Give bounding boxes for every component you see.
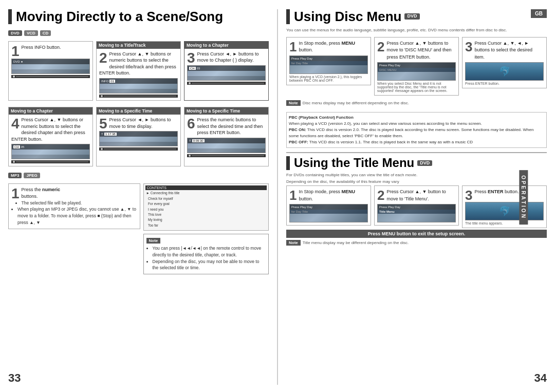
screen-bar2: Press Play Day — [378, 63, 455, 68]
disc-menu-subtitle: You can use the menus for the audio lang… — [286, 27, 547, 33]
step1-number: 1 — [11, 44, 20, 59]
title-menu-dvd-badge: DVD — [417, 160, 432, 166]
s4: DISC MENU — [379, 68, 397, 71]
title-menu-section: Using the Title Menu DVD For DVDs contai… — [286, 152, 547, 247]
title-menu-text: Using the Title Menu — [294, 156, 414, 170]
press-menu-bar: Press MENU button to exit the setup scre… — [286, 230, 547, 238]
disc-menu-title: Using Disc Menu DVD — [286, 9, 547, 24]
disc-menu-title-text: Using Disc Menu — [294, 9, 401, 24]
tm-step2-desc: Press Cursor ▲, ▼ button to move to 'Tit… — [386, 189, 456, 202]
screen-sub2: DISC MENU — [378, 68, 455, 72]
contents-header: CONTENTS — [145, 185, 267, 190]
tm-step3-desc: Press ENTER button. — [474, 189, 544, 196]
screen-item5: CH — [189, 67, 196, 70]
step2-text: Press Cursor ▲, ▼ buttons or numeric but… — [99, 51, 178, 77]
dm-step3-card: 3 Press Cursor ▲, ▼, ◄, ► buttons to sel… — [462, 37, 547, 89]
contents-screen: CONTENTS ► Connecting this title Check f… — [143, 183, 269, 231]
mp3-right-col: CONTENTS ► Connecting this title Check f… — [143, 183, 269, 274]
badge-cd: CD — [40, 30, 51, 36]
section6-header: Moving to a Specific Time — [184, 107, 268, 115]
pbc-off-bold: PBC OFF: — [289, 140, 308, 144]
dm-step2-desc: Press Cursor ▲, ▼ buttons to move to 'DI… — [386, 40, 456, 61]
pbc-title-bold: PBC (Playback Control) Function — [289, 115, 354, 120]
screen-item9: T — [101, 133, 103, 136]
tv-line5 — [104, 148, 176, 150]
pbc-off-text: PBC OFF: This VCD disc is version 1.1. T… — [289, 139, 544, 145]
screen-bar1: Press Play Day — [290, 56, 367, 61]
left-section: Moving Directly to a Scene/Song DVD VCD … — [8, 9, 278, 385]
section5-header: Moving to a Specific Time — [97, 107, 180, 115]
note-box-left: Note You can press |◄◄/◄◄| on the remote… — [143, 234, 269, 274]
title-menu-sub1: For DVDs containing multiple titles, you… — [286, 172, 547, 178]
right-section: GB Using Disc Menu DVD You can use the m… — [286, 9, 547, 385]
tm-step3-screen: 🐬 — [465, 202, 544, 220]
operation-label: OPERATION — [520, 170, 528, 225]
dm-step1-screen: Press Play Day for Day Title — [289, 55, 368, 74]
tm-step2-card: 2 Press Cursor ▲, ▼ button to move to 'T… — [374, 185, 459, 226]
badge-mp3: MP3 — [8, 173, 22, 178]
disc-menu-steps: 1 In Stop mode, press MENU button. Press… — [286, 37, 547, 96]
screen-item4: 01 — [109, 80, 115, 83]
screen-item3: INFO — [101, 80, 108, 83]
tm-s4: Title Menu — [379, 210, 395, 213]
tm-step1-screen: Press Play Day for Day Title — [289, 204, 368, 222]
tv-dot4 — [13, 161, 15, 163]
step1-text: Press INFO button. — [11, 44, 90, 51]
badge-dvd: DVD — [8, 30, 22, 36]
dm-step2-card: 2 Press Cursor ▲, ▼ buttons to move to '… — [374, 37, 459, 96]
pbc-on-text: PBC ON: This VCD disc is version 2.0. Th… — [289, 127, 544, 139]
steps-row-bottom: Moving to a Chapter 4 Press Cursor ▲, ▼ … — [8, 107, 269, 166]
tv-dot2 — [101, 95, 103, 97]
tm-screen-sub1: for Day Title — [290, 210, 367, 214]
s1: Press Play Day — [291, 57, 312, 60]
step3-text: Press Cursor ◄, ► buttons to move to Cha… — [187, 51, 266, 64]
step5-tv-bar — [99, 147, 178, 151]
note-bullet-2: Depending on the disc, you may not be ab… — [153, 258, 266, 272]
step4-number: 4 — [11, 117, 20, 131]
mp3-step-number: 1 — [11, 186, 20, 201]
gb-badge: GB — [531, 9, 547, 18]
bullet-1: The selected file will be played. — [17, 200, 137, 207]
disc-note-label: Note — [286, 100, 301, 106]
disc-note-text: Disc menu display may be different depen… — [303, 100, 409, 106]
bottom-note-text: Title menu display may be different depe… — [303, 240, 409, 246]
left-page-number: 33 — [8, 371, 269, 385]
mp3-bullets: The selected file will be played. When p… — [11, 200, 137, 226]
step2-number: 2 — [99, 51, 107, 65]
tm-step3-card: 3 Press ENTER button. 🐬 The title menu a… — [462, 185, 547, 228]
step4-box: Moving to a Chapter 4 Press Cursor ▲, ▼ … — [8, 107, 93, 166]
step1-screen: DVD ● — [11, 59, 90, 74]
step5-number: 5 — [99, 117, 107, 131]
tv-line2 — [104, 96, 176, 97]
mp3-step-box: 1 Press the numericbuttons. The selected… — [8, 183, 140, 229]
tm-step3-num: 3 — [465, 189, 472, 202]
step1-tv-bar — [11, 75, 90, 78]
step4-screen: CH 05 — [11, 144, 90, 159]
dm-step1-note: When playing a VCD (version 2.), this to… — [289, 75, 368, 82]
tm-s2: for Day Title — [291, 210, 308, 213]
bottom-note-label: Note — [286, 240, 301, 246]
screen-item11: T — [189, 139, 191, 142]
title-menu-sub2: Depending on the disc, the availability … — [286, 179, 547, 184]
screen-item7: CH — [13, 145, 20, 148]
dm-step1-num: 1 — [289, 40, 297, 53]
tm-step2-screen: Press Play Day Title Menu — [377, 204, 456, 222]
disc-note-row: Note Disc menu display may be different … — [286, 100, 547, 107]
step1-box: 1 Press INFO button. DVD ● — [8, 41, 93, 101]
dm-step1-desc: In Stop mode, press MENU button. — [299, 40, 368, 54]
step6-box: Moving to a Specific Time 6 Press the nu… — [184, 107, 269, 166]
format-badges-top: DVD VCD CD — [8, 30, 269, 36]
pbc-title: PBC (Playback Control) Function — [289, 115, 544, 121]
dm-step3-num: 3 — [465, 40, 472, 53]
bullet-2: When playing an MP3 or JPEG disc, you ca… — [17, 206, 137, 226]
dm-step2-note: When you select Disc Menu and it is not … — [377, 82, 456, 92]
step6-tv-bar — [187, 154, 266, 157]
tm-menu-bold: MENU — [342, 189, 356, 194]
tm-screen-bar1: Press Play Day — [290, 204, 367, 210]
note-bullet-1: You can press |◄◄/◄◄| on the remote cont… — [153, 245, 266, 258]
screen-item10: 1:17:38 — [104, 133, 117, 136]
screen-item: DVD — [13, 60, 20, 63]
dolphin-icon: 🐬 — [499, 66, 510, 77]
section3-header: Moving to a Chapter — [184, 42, 268, 49]
mp3-step-text: Press the numericbuttons. — [11, 186, 137, 199]
